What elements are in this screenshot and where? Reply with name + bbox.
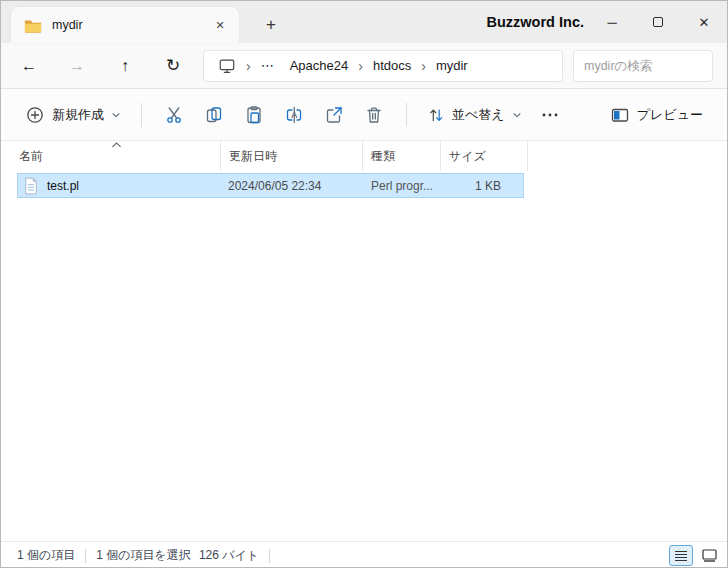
sort-button[interactable]: 並べ替え — [419, 97, 530, 133]
scissors-icon — [164, 105, 184, 125]
breadcrumb-chevron-icon: › — [356, 58, 365, 74]
more-options-button[interactable] — [530, 97, 570, 133]
preview-pane-icon — [610, 105, 630, 125]
sort-button-label: 並べ替え — [452, 106, 505, 124]
details-view-button[interactable] — [669, 545, 693, 566]
status-bar: 1 個の項目 1 個の項目を選択 126 バイト — [1, 541, 727, 568]
search-input[interactable] — [584, 59, 702, 73]
file-icon — [24, 177, 38, 195]
delete-button[interactable] — [354, 97, 394, 133]
paste-icon — [244, 105, 264, 125]
cut-button[interactable] — [154, 97, 194, 133]
toolbar-divider — [141, 103, 142, 127]
column-header-size[interactable]: サイズ — [441, 141, 528, 171]
close-button[interactable]: ✕ — [681, 1, 727, 43]
status-divider — [269, 549, 270, 563]
circle-plus-icon — [25, 105, 45, 125]
command-toolbar: 新規作成 — [1, 89, 727, 141]
breadcrumb-chevron-icon: › — [244, 58, 253, 74]
file-name: test.pl — [47, 179, 79, 193]
copy-icon — [204, 105, 224, 125]
preview-button-label: プレビュー — [637, 106, 703, 124]
sort-ascending-icon — [111, 141, 122, 149]
navigation-bar: ← → ↑ ↻ › ⋯ Apache24 › htdocs › mydir — [1, 43, 727, 89]
refresh-button[interactable]: ↻ — [155, 50, 191, 82]
window-title: Buzzword Inc. — [487, 1, 584, 43]
trash-icon — [364, 105, 384, 125]
file-row-selected[interactable]: test.pl 2024/06/05 22:34 Perl progr... 1… — [17, 173, 524, 198]
details-view-icon — [674, 550, 688, 562]
breadcrumb-item-apache24[interactable]: Apache24 — [282, 53, 357, 79]
breadcrumb-item-mydir[interactable]: mydir — [428, 53, 476, 79]
up-button[interactable]: ↑ — [107, 50, 143, 82]
item-count: 1 個の項目 — [17, 547, 75, 564]
share-icon — [324, 105, 344, 125]
toolbar-divider — [406, 103, 407, 127]
new-tab-button[interactable]: + — [257, 11, 285, 39]
column-headers: 名前 更新日時 種類 サイズ — [1, 141, 727, 171]
preview-button[interactable]: プレビュー — [602, 97, 711, 133]
view-toggles — [669, 545, 721, 566]
window-controls: ─ ✕ — [589, 1, 727, 43]
file-list-area: 名前 更新日時 種類 サイズ test.pl 2024/06/05 22:34 … — [1, 141, 727, 541]
share-button[interactable] — [314, 97, 354, 133]
file-type: Perl progr... — [363, 179, 441, 193]
explorer-tab[interactable]: mydir ✕ — [11, 7, 239, 43]
breadcrumb-chevron-icon: › — [419, 58, 428, 74]
large-icons-view-icon — [702, 549, 717, 562]
paste-button[interactable] — [234, 97, 274, 133]
minimize-button[interactable]: ─ — [589, 1, 635, 43]
titlebar: mydir ✕ + Buzzword Inc. ─ ✕ — [1, 1, 727, 43]
selection-size: 126 バイト — [199, 547, 259, 564]
breadcrumb-item-htdocs[interactable]: htdocs — [365, 53, 419, 79]
sort-arrows-icon — [427, 106, 445, 124]
rename-icon: A — [284, 105, 304, 125]
new-button[interactable]: 新規作成 — [17, 97, 129, 133]
large-icons-view-button[interactable] — [697, 545, 721, 566]
forward-button[interactable]: → — [59, 50, 95, 82]
this-pc-icon[interactable] — [210, 53, 244, 79]
new-button-label: 新規作成 — [52, 106, 104, 124]
chevron-down-icon — [512, 110, 522, 120]
rename-button[interactable]: A — [274, 97, 314, 133]
copy-button[interactable] — [194, 97, 234, 133]
column-header-modified[interactable]: 更新日時 — [221, 141, 363, 171]
file-size: 1 KB — [441, 179, 521, 193]
selection-count: 1 個の項目を選択 — [96, 547, 191, 564]
folder-icon — [24, 18, 42, 33]
tab-title: mydir — [52, 18, 209, 32]
ellipsis-icon — [540, 105, 560, 125]
back-button[interactable]: ← — [11, 50, 47, 82]
search-box[interactable] — [573, 50, 713, 82]
breadcrumb-collapsed[interactable]: ⋯ — [253, 53, 282, 79]
file-modified: 2024/06/05 22:34 — [221, 179, 363, 193]
tab-close-icon[interactable]: ✕ — [209, 14, 231, 36]
status-divider — [85, 549, 86, 563]
address-bar[interactable]: › ⋯ Apache24 › htdocs › mydir — [203, 50, 563, 82]
maximize-button[interactable] — [635, 1, 681, 43]
column-header-type[interactable]: 種類 — [363, 141, 441, 171]
chevron-down-icon — [111, 110, 121, 120]
